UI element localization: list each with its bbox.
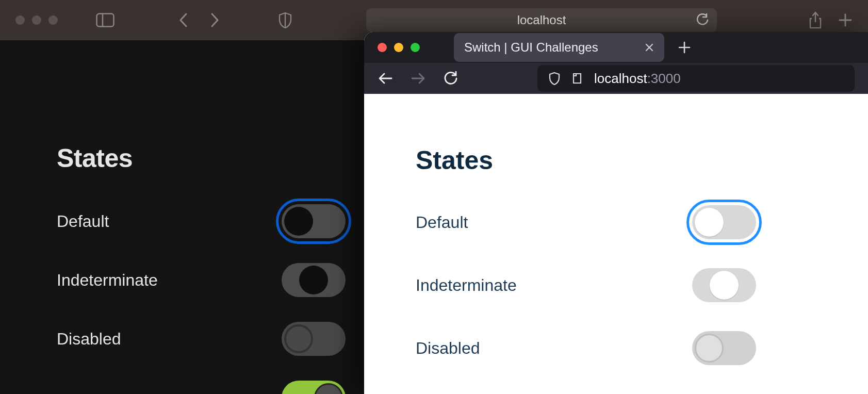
url-port: :3000 <box>647 71 681 86</box>
state-label: Disabled <box>57 330 121 349</box>
sidebar-toggle-icon[interactable] <box>96 13 114 27</box>
window-minimize-button[interactable] <box>32 15 41 25</box>
states-heading-light: States <box>416 145 816 175</box>
url-host: localhost <box>594 71 647 86</box>
state-row-indeterminate-light: Indeterminate <box>416 268 756 302</box>
tab-close-icon[interactable] <box>645 43 654 52</box>
switch-disabled-light <box>692 331 756 365</box>
switch-thumb <box>299 266 328 294</box>
switch-checked-dark[interactable] <box>282 381 346 394</box>
new-tab-button[interactable] <box>678 41 691 54</box>
tab-title: Switch | GUI Challenges <box>464 40 598 55</box>
firefox-window: Switch | GUI Challenges <box>364 32 868 394</box>
switch-thumb <box>284 207 313 236</box>
safari-traffic-lights <box>15 15 58 25</box>
switch-thumb <box>695 334 724 363</box>
window-zoom-button[interactable] <box>411 43 420 52</box>
state-label: Indeterminate <box>416 276 517 295</box>
switch-thumb <box>710 271 739 300</box>
reload-icon[interactable] <box>696 13 709 27</box>
firefox-address-bar[interactable]: localhost:3000 <box>537 65 855 92</box>
firefox-toolbar: localhost:3000 <box>364 63 868 94</box>
shield-privacy-icon[interactable] <box>279 12 292 28</box>
firefox-tabbar: Switch | GUI Challenges <box>364 32 868 63</box>
state-label: Indeterminate <box>57 271 158 290</box>
state-row-default-light: Default <box>416 205 756 239</box>
state-label: Disabled <box>416 339 480 358</box>
switch-indeterminate-light[interactable] <box>692 268 756 302</box>
state-row-disabled-dark: Disabled <box>57 322 346 356</box>
safari-address-bar[interactable]: localhost <box>366 8 717 32</box>
new-tab-icon[interactable] <box>838 13 853 27</box>
browser-tab-active[interactable]: Switch | GUI Challenges <box>454 33 664 62</box>
switch-indeterminate-dark[interactable] <box>282 263 346 297</box>
back-button[interactable] <box>178 12 189 28</box>
window-minimize-button[interactable] <box>394 43 403 52</box>
shield-icon[interactable] <box>549 72 560 85</box>
safari-url-text: localhost <box>517 13 566 27</box>
window-close-button[interactable] <box>378 43 387 52</box>
svg-rect-0 <box>97 14 114 27</box>
state-row-indeterminate-dark: Indeterminate <box>57 263 346 297</box>
forward-button[interactable] <box>209 12 220 28</box>
reload-button[interactable] <box>444 71 458 86</box>
state-row-disabled-light: Disabled <box>416 331 756 365</box>
state-label: Default <box>57 212 109 231</box>
state-label: Default <box>416 213 468 232</box>
window-zoom-button[interactable] <box>48 15 58 25</box>
share-icon[interactable] <box>808 11 823 29</box>
state-row-checked-dark <box>57 381 346 394</box>
url-text: localhost:3000 <box>594 71 681 87</box>
state-row-default-dark: Default <box>57 204 346 238</box>
switch-thumb <box>695 208 724 237</box>
switch-thumb <box>314 383 343 394</box>
firefox-traffic-lights <box>378 43 420 52</box>
forward-button[interactable] <box>411 72 426 85</box>
light-demo-page: States Default Indeterminate Disabled <box>364 94 868 394</box>
page-info-icon[interactable] <box>571 72 583 85</box>
switch-disabled-dark <box>282 322 346 356</box>
back-button[interactable] <box>378 72 393 85</box>
window-close-button[interactable] <box>15 15 25 25</box>
switch-default-dark[interactable] <box>282 204 346 238</box>
switch-thumb <box>284 324 313 353</box>
switch-default-light[interactable] <box>692 205 756 239</box>
